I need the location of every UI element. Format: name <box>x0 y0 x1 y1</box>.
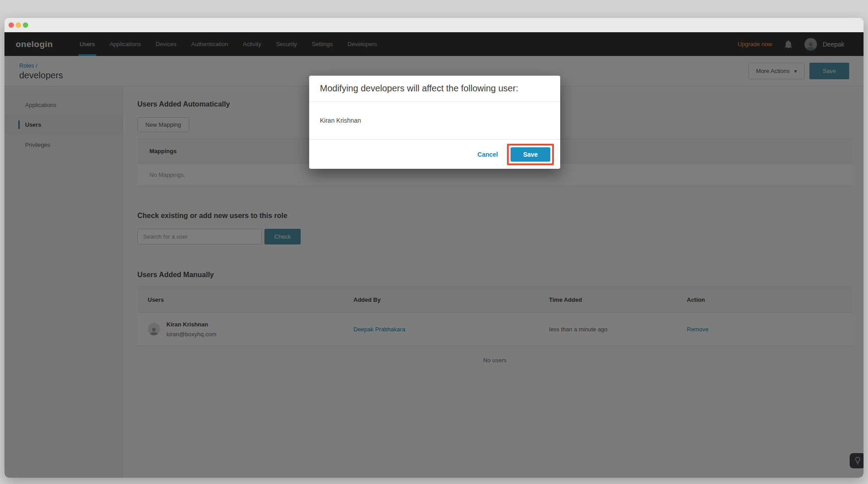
modal-save-button[interactable]: Save <box>511 147 550 162</box>
browser-window: onelogin Users Applications Devices Auth… <box>4 18 864 478</box>
confirmation-dialog: Modifying developers will affect the fol… <box>309 76 560 169</box>
dialog-title: Modifying developers will affect the fol… <box>309 76 560 102</box>
window-title-bar <box>4 18 864 32</box>
dialog-footer: Cancel Save <box>309 140 560 169</box>
cancel-button[interactable]: Cancel <box>473 148 502 161</box>
annotation-highlight-box: Save <box>507 144 554 165</box>
minimize-window-button[interactable] <box>16 22 21 28</box>
zoom-window-button[interactable] <box>23 22 28 28</box>
dialog-affected-user: Kiran Krishnan <box>309 102 560 140</box>
page-viewport: onelogin Users Applications Devices Auth… <box>4 32 864 478</box>
close-window-button[interactable] <box>9 22 14 28</box>
